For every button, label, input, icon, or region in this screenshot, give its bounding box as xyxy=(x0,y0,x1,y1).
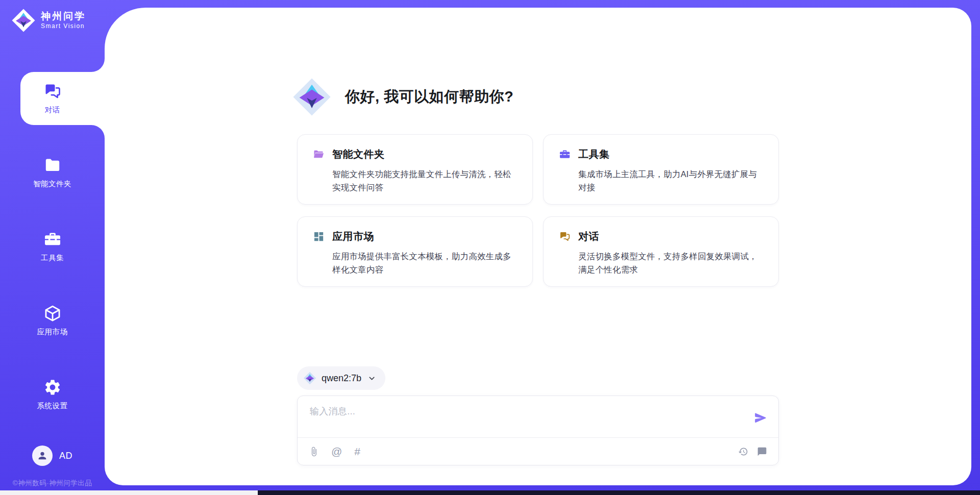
sidebar-item-app-market[interactable]: 应用市场 xyxy=(0,294,105,347)
composer: @ # xyxy=(297,395,779,465)
card-chat[interactable]: 对话 灵活切换多模型文件，支持多样回复效果调试，满足个性化需求 xyxy=(543,216,779,287)
sidebar-item-label: 工具集 xyxy=(41,253,64,263)
mention-button[interactable]: @ xyxy=(331,446,342,457)
card-toolset[interactable]: 工具集 集成市场上主流工具，助力AI与外界无缝扩展与对接 xyxy=(543,134,779,205)
brand-subtitle: Smart Vision xyxy=(41,23,86,30)
chat-icon xyxy=(43,82,62,101)
grid-icon xyxy=(313,231,325,242)
card-title: 智能文件夹 xyxy=(332,147,385,161)
model-selector[interactable]: qwen2:7b xyxy=(297,366,385,390)
sidebar-item-chat[interactable]: 对话 xyxy=(0,72,105,125)
card-description: 智能文件夹功能支持批量文件上传与清洗，轻松实现文件问答 xyxy=(332,167,519,194)
sidebar-item-toolset[interactable]: 工具集 xyxy=(0,220,105,273)
sidebar: 神州问学 Smart Vision 对话 智能文件夹 xyxy=(0,0,105,495)
copyright-text: ©神州数码·神州问学出品 xyxy=(0,479,105,488)
sidebar-item-label: 对话 xyxy=(45,105,60,115)
composer-toolbar: @ # xyxy=(298,438,778,465)
brand: 神州问学 Smart Vision xyxy=(11,8,86,33)
model-name: qwen2:7b xyxy=(322,373,361,384)
user-profile[interactable]: AD xyxy=(0,445,105,466)
user-initials: AD xyxy=(59,451,72,461)
send-button[interactable] xyxy=(753,410,768,426)
card-app-market[interactable]: 应用市场 应用市场提供丰富长文本模板，助力高效生成多样化文章内容 xyxy=(297,216,533,287)
briefcase-icon xyxy=(559,148,571,160)
paperclip-icon xyxy=(309,447,319,457)
hash-button[interactable]: # xyxy=(354,446,360,457)
sidebar-item-label: 应用市场 xyxy=(37,327,68,337)
folder-icon xyxy=(43,156,62,175)
sidebar-nav: 对话 智能文件夹 工具集 xyxy=(0,72,105,442)
greeting: 你好, 我可以如何帮助你? xyxy=(292,77,779,117)
chevron-down-icon xyxy=(368,374,376,383)
card-title: 对话 xyxy=(578,230,599,243)
cube-icon xyxy=(43,304,62,323)
brand-logo-icon xyxy=(11,8,36,33)
sidebar-item-smart-folder[interactable]: 智能文件夹 xyxy=(0,146,105,199)
history-icon xyxy=(738,447,748,457)
card-title: 应用市场 xyxy=(332,230,374,243)
message-input[interactable] xyxy=(309,404,743,433)
comment-button[interactable] xyxy=(757,447,767,457)
app-logo-icon xyxy=(292,77,332,117)
scrollbar-thumb[interactable] xyxy=(258,490,980,495)
person-icon xyxy=(37,450,48,461)
horizontal-scrollbar[interactable] xyxy=(0,490,980,495)
main-panel: 你好, 我可以如何帮助你? 智能文件夹 智能文件夹功能支持批量文件上传与清洗，轻… xyxy=(105,8,971,485)
card-description: 灵活切换多模型文件，支持多样回复效果调试，满足个性化需求 xyxy=(578,250,765,276)
card-smart-folder[interactable]: 智能文件夹 智能文件夹功能支持批量文件上传与清洗，轻松实现文件问答 xyxy=(297,134,533,205)
model-logo-icon xyxy=(303,372,316,385)
sidebar-item-label: 系统设置 xyxy=(37,401,68,411)
gear-icon xyxy=(43,378,62,397)
toolbox-icon xyxy=(43,230,62,249)
card-title: 工具集 xyxy=(578,147,610,161)
card-description: 集成市场上主流工具，助力AI与外界无缝扩展与对接 xyxy=(578,167,765,194)
attach-button[interactable] xyxy=(309,447,319,457)
send-icon xyxy=(754,411,767,425)
card-description: 应用市场提供丰富长文本模板，助力高效生成多样化文章内容 xyxy=(332,250,519,276)
folder-open-icon xyxy=(313,148,325,160)
tab-curve-top xyxy=(91,59,105,72)
brand-name: 神州问学 xyxy=(41,11,86,22)
comment-icon xyxy=(757,447,767,457)
history-button[interactable] xyxy=(738,447,748,457)
sidebar-item-label: 智能文件夹 xyxy=(33,179,71,189)
feature-cards: 智能文件夹 智能文件夹功能支持批量文件上传与清洗，轻松实现文件问答 xyxy=(297,134,779,287)
sidebar-item-settings[interactable]: 系统设置 xyxy=(0,368,105,421)
chat-icon xyxy=(559,231,571,242)
tab-curve-bottom xyxy=(91,125,105,138)
avatar xyxy=(32,445,53,466)
greeting-text: 你好, 我可以如何帮助你? xyxy=(345,87,513,107)
